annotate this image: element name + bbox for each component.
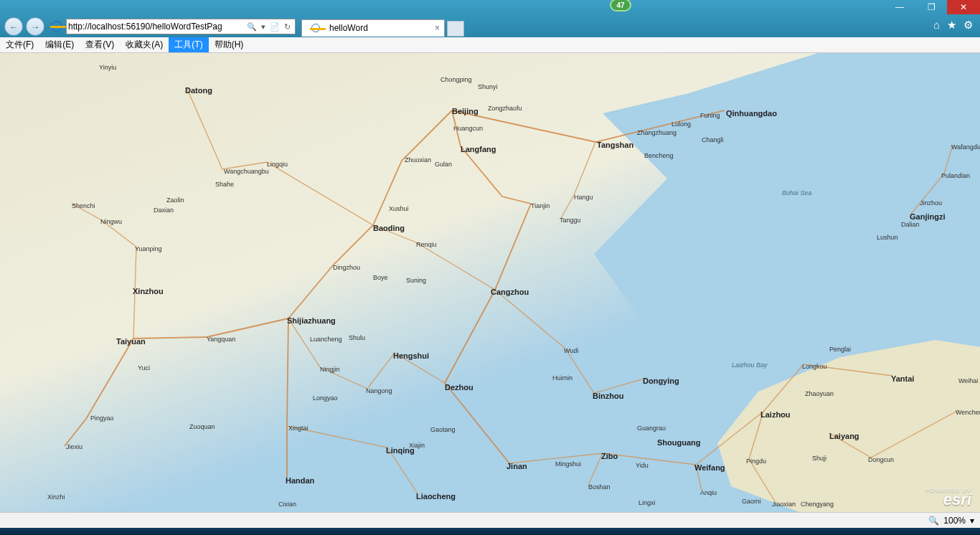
zoom-icon[interactable]: 🔍 bbox=[928, 516, 939, 526]
search-icon[interactable]: 🔍 bbox=[247, 22, 257, 32]
home-icon[interactable]: ⌂ bbox=[933, 19, 940, 32]
map-label: Laiyang bbox=[829, 432, 859, 440]
map-label: Penglai bbox=[829, 346, 851, 353]
menu-item-0[interactable]: 文件(F) bbox=[0, 37, 39, 52]
close-button[interactable]: ✕ bbox=[947, 0, 980, 14]
map-label: Gaomi bbox=[742, 498, 761, 505]
zoom-level[interactable]: 100% bbox=[943, 516, 966, 526]
map-label: Mingshui bbox=[555, 460, 581, 468]
map-label: Dalian bbox=[901, 221, 920, 228]
map-label: Lulong bbox=[672, 120, 691, 128]
map-label: Wudi bbox=[564, 347, 578, 354]
map-label: Longyao bbox=[313, 394, 338, 402]
status-bar: 🔍 100% ▾ bbox=[0, 512, 980, 528]
window-controls: — ❐ ✕ bbox=[884, 0, 980, 14]
dropdown-icon[interactable]: ▾ bbox=[261, 22, 265, 32]
map-label: Yuanping bbox=[135, 245, 162, 252]
map-label: Bohai Sea bbox=[782, 189, 812, 197]
map-label: Hengshui bbox=[393, 351, 429, 360]
map-label: Shahe bbox=[215, 181, 234, 188]
map-label: Hangu bbox=[574, 194, 593, 201]
address-bar[interactable]: 🔍 ▾ 📄 ↻ bbox=[66, 19, 296, 34]
map-label: Xingtai bbox=[288, 425, 308, 432]
map-label: Datong bbox=[185, 86, 212, 95]
map-label: Wencheng bbox=[956, 409, 980, 416]
map-label: Dingzhou bbox=[333, 264, 360, 271]
address-bar-buttons: 🔍 ▾ 📄 ↻ bbox=[244, 22, 293, 32]
map-label: Daxian bbox=[154, 207, 174, 214]
taskbar[interactable] bbox=[0, 528, 980, 535]
notification-badge[interactable]: 47 bbox=[610, 0, 631, 11]
tab-favicon-icon bbox=[309, 22, 322, 34]
menu-item-1[interactable]: 编辑(E) bbox=[39, 37, 80, 52]
map-label: Jiexiu bbox=[66, 443, 83, 450]
map-label: Tianjin bbox=[531, 202, 550, 209]
map-label: Huangcun bbox=[453, 125, 483, 132]
map-label: Jinan bbox=[507, 462, 527, 470]
map-label: Xiajin bbox=[409, 442, 425, 449]
map-label: Qinhuangdao bbox=[726, 109, 777, 118]
map-label: Zhuoxian bbox=[405, 156, 431, 164]
ie-logo-icon bbox=[50, 20, 63, 33]
map-label: Shijiazhuang bbox=[287, 316, 336, 325]
map-label: Taiyuan bbox=[116, 337, 146, 346]
map-label: Zhangzhuang bbox=[637, 129, 677, 136]
map-label: Shuji bbox=[812, 455, 826, 462]
road-network bbox=[0, 53, 980, 512]
browser-tab[interactable]: helloWord × bbox=[301, 19, 445, 37]
map-label: Funing bbox=[700, 112, 720, 119]
menu-item-5[interactable]: 帮助(H) bbox=[209, 37, 250, 52]
map-label: Cangzhou bbox=[491, 288, 529, 296]
map-label: Zaolin bbox=[166, 197, 184, 204]
map-label: Langfang bbox=[461, 145, 496, 153]
map-label: Jiaoxian bbox=[772, 501, 796, 508]
map-label: Chongping bbox=[440, 76, 472, 83]
refresh-icon[interactable]: ↻ bbox=[284, 22, 291, 32]
map-label: Wangchuangbu bbox=[224, 168, 269, 175]
map-label: Chengyang bbox=[801, 501, 834, 508]
map-label: Shenchi bbox=[72, 202, 95, 209]
map-label: Tangshan bbox=[597, 141, 633, 149]
menu-item-4[interactable]: 工具(T) bbox=[169, 37, 208, 52]
compat-view-icon[interactable]: 📄 bbox=[270, 22, 280, 32]
map-label: Renqiu bbox=[416, 241, 437, 248]
map-label: Tanggu bbox=[560, 217, 581, 224]
map-label: Cixian bbox=[278, 501, 296, 508]
url-input[interactable] bbox=[68, 20, 244, 33]
menu-item-3[interactable]: 收藏夹(A) bbox=[120, 37, 169, 52]
tab-title: helloWord bbox=[329, 23, 368, 33]
menu-item-2[interactable]: 查看(V) bbox=[80, 37, 120, 52]
map-label: Jinzhou bbox=[920, 199, 942, 207]
favorites-icon[interactable]: ★ bbox=[947, 19, 956, 32]
map-label: Yuci bbox=[138, 364, 150, 371]
esri-attribution: POWERED BY esri bbox=[925, 487, 971, 506]
map-label: Nangong bbox=[366, 387, 392, 394]
map-label: Yangquan bbox=[207, 336, 235, 343]
map-label: Changli bbox=[702, 136, 724, 143]
menu-bar: 文件(F)编辑(E)查看(V)收藏夹(A)工具(T)帮助(H) bbox=[0, 37, 980, 53]
map-label: Dongcun bbox=[868, 456, 894, 463]
map-label: Weifang bbox=[694, 463, 725, 472]
map-label: Baoding bbox=[373, 224, 405, 232]
map-label: Zongzhaofu bbox=[488, 105, 522, 112]
map-label: Suning bbox=[406, 277, 426, 284]
maximize-button[interactable]: ❐ bbox=[915, 0, 947, 14]
new-tab-button[interactable] bbox=[447, 21, 464, 37]
map-label: Shouguang bbox=[657, 438, 701, 447]
map-label: Dezhou bbox=[445, 383, 473, 392]
map-label: Wafangdian bbox=[951, 143, 980, 151]
map-label: Boye bbox=[373, 274, 388, 281]
forward-button[interactable]: → bbox=[26, 17, 44, 36]
zoom-dropdown-icon[interactable]: ▾ bbox=[970, 516, 974, 526]
map-label: Longkou bbox=[802, 363, 827, 370]
map-label: Beijing bbox=[452, 107, 479, 115]
map-label: Huimin bbox=[552, 374, 573, 382]
map-viewport[interactable]: BeijingDatongLangfangTangshanBaodingShij… bbox=[0, 53, 980, 512]
tab-close-icon[interactable]: × bbox=[435, 23, 440, 33]
back-button[interactable]: ← bbox=[4, 17, 23, 36]
map-label: Boshan bbox=[588, 483, 611, 491]
minimize-button[interactable]: — bbox=[884, 0, 915, 14]
tools-gear-icon[interactable]: ⚙ bbox=[963, 19, 973, 32]
map-label: Yantai bbox=[891, 374, 914, 383]
map-label: Shulu bbox=[349, 334, 365, 341]
